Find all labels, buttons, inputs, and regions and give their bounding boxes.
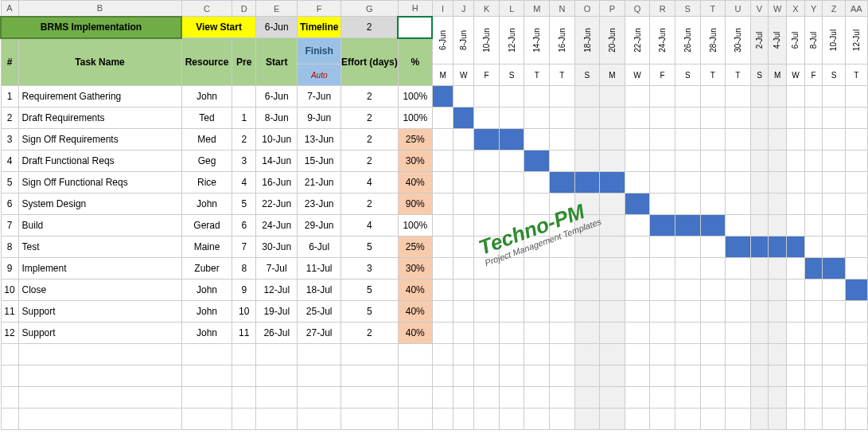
blank-cell[interactable] xyxy=(726,409,751,430)
blank-cell[interactable] xyxy=(453,366,474,387)
task-start-0[interactable]: 6-Jun xyxy=(256,86,298,108)
blank-cell[interactable] xyxy=(341,366,399,387)
col-header-Z[interactable]: Z xyxy=(823,1,845,17)
blank-cell[interactable] xyxy=(298,366,341,387)
task-finish-2[interactable]: 13-Jun xyxy=(298,129,341,151)
task-finish-1[interactable]: 9-Jun xyxy=(298,108,341,129)
task-res-8[interactable]: Zuber xyxy=(181,258,232,280)
task-start-8[interactable]: 7-Jul xyxy=(256,258,298,280)
blank-cell[interactable] xyxy=(574,344,600,366)
blank-cell[interactable] xyxy=(181,344,232,366)
blank-cell[interactable] xyxy=(524,387,550,409)
blank-cell[interactable] xyxy=(845,344,867,366)
task-pct-10[interactable]: 40% xyxy=(398,301,432,323)
blank-cell[interactable] xyxy=(675,409,700,430)
blank-cell[interactable] xyxy=(256,409,298,430)
col-header-L[interactable]: L xyxy=(499,1,524,17)
col-header-C[interactable]: C xyxy=(181,1,232,17)
blank-cell[interactable] xyxy=(432,366,453,387)
blank-cell[interactable] xyxy=(398,344,432,366)
blank-cell[interactable] xyxy=(726,366,751,387)
blank-cell[interactable] xyxy=(341,344,399,366)
col-header-G[interactable]: G xyxy=(341,1,399,17)
blank-cell[interactable] xyxy=(750,387,769,409)
blank-cell[interactable] xyxy=(574,366,600,387)
col-header-AA[interactable]: AA xyxy=(845,1,867,17)
blank-cell[interactable] xyxy=(474,344,500,366)
blank-cell[interactable] xyxy=(550,366,575,387)
task-finish-7[interactable]: 6-Jul xyxy=(298,237,341,258)
task-finish-10[interactable]: 25-Jul xyxy=(298,301,341,323)
task-res-1[interactable]: Ted xyxy=(181,108,232,129)
blank-cell[interactable] xyxy=(181,366,232,387)
blank-cell[interactable] xyxy=(750,366,769,387)
task-pre-10[interactable]: 10 xyxy=(232,301,256,323)
task-pct-1[interactable]: 100% xyxy=(398,108,432,129)
blank-cell[interactable] xyxy=(524,366,550,387)
blank-cell[interactable] xyxy=(650,409,675,430)
col-header-I[interactable]: I xyxy=(432,1,453,17)
task-pct-9[interactable]: 40% xyxy=(398,280,432,301)
task-eff-5[interactable]: 2 xyxy=(341,194,399,215)
blank-cell[interactable] xyxy=(625,366,650,387)
task-name-11[interactable]: Support xyxy=(18,323,181,344)
blank-cell[interactable] xyxy=(700,387,726,409)
blank-cell[interactable] xyxy=(1,366,18,387)
task-pre-11[interactable]: 11 xyxy=(232,323,256,344)
task-pre-0[interactable] xyxy=(232,86,256,108)
task-pct-11[interactable]: 40% xyxy=(398,323,432,344)
blank-cell[interactable] xyxy=(650,387,675,409)
blank-cell[interactable] xyxy=(181,387,232,409)
task-finish-3[interactable]: 15-Jun xyxy=(298,151,341,172)
blank-cell[interactable] xyxy=(726,387,751,409)
blank-cell[interactable] xyxy=(787,344,805,366)
task-start-4[interactable]: 16-Jun xyxy=(256,172,298,194)
task-finish-8[interactable]: 11-Jul xyxy=(298,258,341,280)
col-header-N[interactable]: N xyxy=(550,1,575,17)
blank-cell[interactable] xyxy=(650,344,675,366)
task-res-5[interactable]: John xyxy=(181,194,232,215)
task-start-3[interactable]: 14-Jun xyxy=(256,151,298,172)
blank-cell[interactable] xyxy=(398,387,432,409)
blank-cell[interactable] xyxy=(823,344,845,366)
blank-cell[interactable] xyxy=(600,344,625,366)
blank-cell[interactable] xyxy=(18,409,181,430)
task-eff-4[interactable]: 4 xyxy=(341,172,399,194)
task-start-10[interactable]: 19-Jul xyxy=(256,301,298,323)
blank-cell[interactable] xyxy=(474,387,500,409)
col-header-Y[interactable]: Y xyxy=(804,1,823,17)
blank-cell[interactable] xyxy=(432,344,453,366)
blank-cell[interactable] xyxy=(700,366,726,387)
task-name-6[interactable]: Build xyxy=(18,215,181,237)
task-pre-4[interactable]: 4 xyxy=(232,172,256,194)
task-pre-1[interactable]: 1 xyxy=(232,108,256,129)
blank-cell[interactable] xyxy=(232,366,256,387)
blank-cell[interactable] xyxy=(787,366,805,387)
task-name-3[interactable]: Draft Functional Reqs xyxy=(18,151,181,172)
task-pre-7[interactable]: 7 xyxy=(232,237,256,258)
blank-cell[interactable] xyxy=(550,409,575,430)
blank-cell[interactable] xyxy=(499,409,524,430)
task-eff-1[interactable]: 2 xyxy=(341,108,399,129)
blank-cell[interactable] xyxy=(524,344,550,366)
blank-cell[interactable] xyxy=(232,409,256,430)
blank-cell[interactable] xyxy=(18,344,181,366)
blank-cell[interactable] xyxy=(453,387,474,409)
blank-cell[interactable] xyxy=(499,344,524,366)
blank-cell[interactable] xyxy=(845,387,867,409)
blank-cell[interactable] xyxy=(550,387,575,409)
task-eff-2[interactable]: 2 xyxy=(341,129,399,151)
blank-cell[interactable] xyxy=(787,409,805,430)
blank-cell[interactable] xyxy=(524,409,550,430)
task-name-7[interactable]: Test xyxy=(18,237,181,258)
task-start-7[interactable]: 30-Jun xyxy=(256,237,298,258)
task-eff-9[interactable]: 5 xyxy=(341,280,399,301)
blank-cell[interactable] xyxy=(256,366,298,387)
blank-cell[interactable] xyxy=(432,409,453,430)
task-name-5[interactable]: System Design xyxy=(18,194,181,215)
task-eff-10[interactable]: 5 xyxy=(341,301,399,323)
blank-cell[interactable] xyxy=(600,387,625,409)
blank-cell[interactable] xyxy=(18,387,181,409)
col-header-E[interactable]: E xyxy=(256,1,298,17)
blank-cell[interactable] xyxy=(1,344,18,366)
